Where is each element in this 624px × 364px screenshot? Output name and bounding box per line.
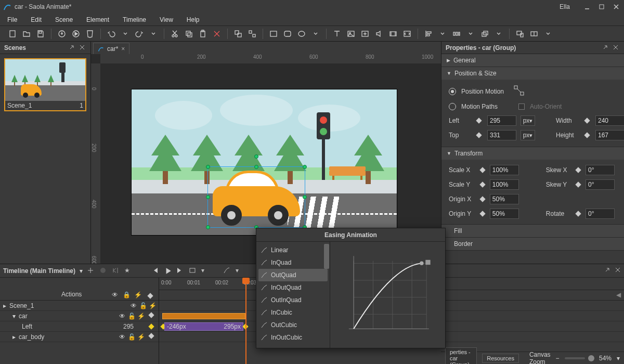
menu-view[interactable]: View [160,16,173,23]
resize-handle[interactable] [254,165,258,169]
unit-selector[interactable]: px ▾ [521,130,535,140]
easing-option-linear[interactable]: Linear [258,244,328,256]
roundrect-tool-icon[interactable] [282,29,293,39]
delete-icon[interactable] [212,29,222,39]
animation-segment[interactable] [162,313,245,319]
redo-icon[interactable] [134,29,145,39]
easing-option-inquad[interactable]: InQuad [258,256,328,269]
panel-close-icon[interactable] [615,267,621,275]
ellipse-tool-icon[interactable] [296,29,307,39]
keyframe-diamond-icon[interactable] [584,132,590,138]
easing-option-inoutcubic[interactable]: InOutCubic [258,331,328,344]
audio-tool-icon[interactable] [374,29,384,39]
html5-icon[interactable] [85,29,95,39]
keyframe-diamond-icon[interactable] [479,211,485,216]
ungroup-icon[interactable] [247,29,257,39]
save-icon[interactable] [35,29,46,39]
tab-close-icon[interactable]: × [121,45,125,53]
resize-handle[interactable] [206,225,210,229]
panel-popout-icon[interactable] [604,267,610,275]
layout-dropdown-icon[interactable] [543,29,553,39]
panel-popout-icon[interactable] [69,44,76,51]
section-transform[interactable]: ▼Transform [441,147,624,160]
width-input[interactable] [595,115,624,126]
keyframe-diamond-icon[interactable] [575,211,581,216]
section-border[interactable]: Border [441,238,624,250]
breakpoint-icon[interactable] [529,29,539,39]
menu-timeline[interactable]: Timeline [123,16,146,23]
visibility-icon[interactable]: 👁 [112,292,118,298]
open-file-icon[interactable] [21,29,32,39]
easing-option-incubic[interactable]: InCubic [258,306,328,319]
easing-option-outcubic[interactable]: OutCubic [258,319,328,331]
menu-element[interactable]: Element [86,16,109,23]
symbol-tool-icon[interactable] [360,29,370,39]
unit-selector[interactable]: px ▾ [521,115,535,126]
loop-dropdown-icon[interactable]: ▾ [201,267,210,275]
arrange-dropdown-icon[interactable] [493,29,504,39]
skewx-input[interactable] [586,165,615,175]
originy-input[interactable] [490,209,519,219]
menu-edit[interactable]: Edit [31,16,42,23]
zoom-dropdown-icon[interactable]: ▾ [617,355,620,362]
panel-popout-icon[interactable] [602,44,609,51]
property-segment[interactable]: -246px 295px [164,322,243,331]
easing-icon[interactable] [223,267,231,275]
track-car[interactable]: ▾car 👁🔓⚡ [0,311,159,321]
properties-tab[interactable]: perties - car (Group) [445,347,477,365]
shape-dropdown-icon[interactable] [310,29,321,39]
rect-tool-icon[interactable] [268,29,279,39]
preview-icon[interactable] [71,29,81,39]
align-dropdown-icon[interactable] [437,29,448,39]
goto-start-icon[interactable] [151,267,160,275]
snap-icon[interactable]: ★ [124,267,133,275]
timeline-dropdown-icon[interactable]: ▾ [80,267,83,275]
easing-dropdown-icon[interactable]: ▾ [236,267,244,275]
easing-option-outquad[interactable]: OutQuad [258,269,328,281]
keyframe-diamond-icon[interactable] [479,181,485,187]
section-position-size[interactable]: ▼Position & Size [441,67,624,80]
originx-input[interactable] [490,194,519,204]
rotate-input[interactable] [586,209,615,219]
section-general[interactable]: ▶General [441,54,624,67]
close-button[interactable] [612,2,621,11]
distribute-dropdown-icon[interactable] [465,29,476,39]
scalex-input[interactable] [490,165,519,175]
keyframe-diamond-icon[interactable] [476,118,482,123]
section-fill[interactable]: Fill [441,225,624,237]
resize-handle[interactable] [206,195,210,199]
cut-icon[interactable] [170,29,180,39]
left-input[interactable] [487,115,516,126]
panel-close-icon[interactable] [613,44,620,51]
lock-icon[interactable]: 🔒 [123,292,129,298]
align-left-icon[interactable] [423,29,434,39]
video-tool-icon[interactable] [388,29,398,39]
goto-end-icon[interactable] [176,267,185,275]
scene-thumbnail[interactable]: Scene_1 1 [4,58,86,111]
arrange-icon[interactable] [479,29,490,39]
export-icon[interactable] [57,29,67,39]
resources-tab[interactable]: Resources [482,354,519,363]
keyframe-diamond-icon[interactable] [584,118,590,123]
new-file-icon[interactable] [7,29,18,39]
position-motion-radio[interactable]: Position Motion [449,85,617,98]
document-tab[interactable]: car* × [93,43,129,54]
playhead[interactable] [245,278,246,364]
keyframe-diamond-icon[interactable] [575,167,581,173]
panel-close-icon[interactable] [79,44,86,51]
resize-handle[interactable] [206,165,210,169]
car-element-selected[interactable] [210,168,303,226]
resize-handle[interactable] [303,195,307,199]
track-scene[interactable]: ▸Scene_1 👁🔓⚡ [0,301,159,311]
play-icon[interactable] [164,267,172,275]
record-icon[interactable] [99,267,108,275]
keyframe-diamond-icon[interactable] [479,196,485,202]
resize-handle[interactable] [303,165,307,169]
menu-file[interactable]: File [7,16,17,23]
undo-icon[interactable] [106,29,116,39]
text-tool-icon[interactable] [332,29,342,39]
action-icon[interactable]: ⚡ [135,292,141,298]
copy-icon[interactable] [184,29,194,39]
html-tool-icon[interactable] [402,29,412,39]
group-icon[interactable] [233,29,243,39]
